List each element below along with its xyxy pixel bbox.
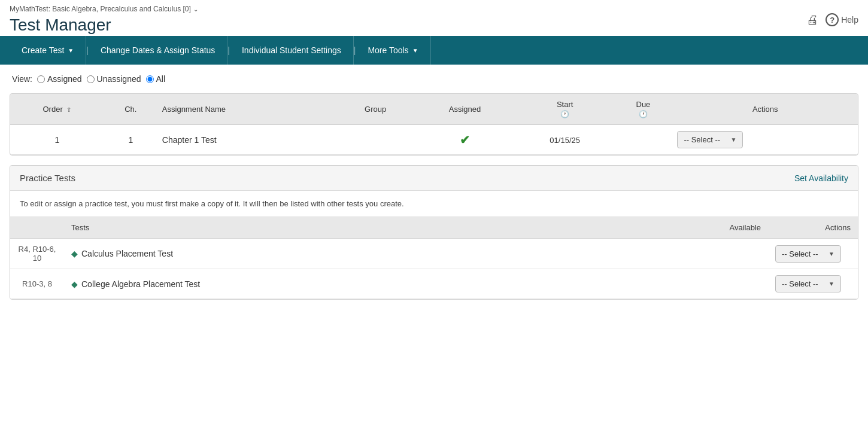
test-name-cell-1: ◆ Calculus Placement Test [71,249,689,258]
list-item: R4, R10-6, 10 ◆ Calculus Placement Test … [10,239,858,269]
view-assigned-radio[interactable] [37,75,45,83]
view-assigned-label[interactable]: Assigned [37,74,82,84]
col-assignment-name: Assignment Name [157,94,337,125]
assigned-checkmark-icon: ✔ [460,133,470,147]
practice-row-chapter-2: R10-3, 8 [10,269,64,299]
nav-item-change-dates[interactable]: Change Dates & Assign Status [89,36,227,65]
row-select-button[interactable]: -- Select -- ▼ [677,131,743,148]
view-all-radio[interactable] [146,75,154,83]
practice-select-label-2: -- Select -- [782,279,818,288]
col-start: Start🕐 [516,94,614,125]
practice-select-button-1[interactable]: -- Select -- ▼ [775,245,841,263]
practice-col-chapter [10,217,64,239]
help-button[interactable]: ? Help [825,13,858,26]
row-assigned: ✔ [414,125,516,155]
row-select-label: -- Select -- [684,135,720,144]
nav-change-dates-label: Change Dates & Assign Status [101,45,215,55]
nav-more-tools-label: More Tools [368,45,408,55]
col-actions: Actions [672,94,858,125]
row-order: 1 [10,125,104,155]
practice-row-available-2 [696,269,768,299]
practice-note: To edit or assign a practice test, you m… [10,191,858,217]
practice-row-test-name-2: ◆ College Algebra Placement Test [64,269,696,299]
row-actions: -- Select -- ▼ [672,125,858,155]
col-due: Due🕐 [614,94,672,125]
practice-row-actions-2: -- Select -- ▼ [768,269,858,299]
due-clock-icon: 🕐 [618,110,667,118]
practice-row-actions-1: -- Select -- ▼ [768,239,858,269]
print-icon[interactable]: 🖨 [806,13,818,27]
sort-icon: ⇧ [66,106,71,113]
row-ch: 1 [104,125,157,155]
help-circle-icon: ? [825,13,839,26]
assignments-table: Order ⇧ Ch. Assignment Name Group Assign… [10,94,858,155]
help-label: Help [841,15,858,25]
practice-col-actions: Actions [768,217,858,239]
top-bar-left: MyMathTest: Basic Algebra, Precalculus a… [10,5,198,35]
practice-row-available-1 [696,239,768,269]
view-all-text: All [156,74,166,84]
practice-select-button-2[interactable]: -- Select -- ▼ [775,275,841,292]
view-unassigned-radio[interactable] [87,75,95,83]
practice-col-tests: Tests [64,217,696,239]
nav-item-individual-student[interactable]: Individual Student Settings [230,36,354,65]
diamond-icon-2: ◆ [71,279,78,289]
test-name-label-2: College Algebra Placement Test [81,279,200,289]
practice-section: Practice Tests Set Availability To edit … [10,165,858,300]
set-availability-link[interactable]: Set Availability [794,173,848,183]
practice-row-test-name-1: ◆ Calculus Placement Test [64,239,696,269]
course-title[interactable]: MyMathTest: Basic Algebra, Precalculus a… [10,5,198,13]
col-assigned: Assigned [414,94,516,125]
assignments-table-header-row: Order ⇧ Ch. Assignment Name Group Assign… [10,94,858,125]
row-select-caret-icon: ▼ [730,136,736,143]
view-assigned-text: Assigned [47,74,82,84]
nav-create-test-label: Create Test [22,45,64,55]
course-chevron-icon: ⌄ [193,6,198,13]
practice-select-caret-1: ▼ [828,251,834,257]
top-bar: MyMathTest: Basic Algebra, Precalculus a… [0,0,868,36]
row-start: 01/15/25 [516,125,614,155]
list-item: R10-3, 8 ◆ College Algebra Placement Tes… [10,269,858,299]
top-bar-right: 🖨 ? Help [806,13,858,27]
practice-select-caret-2: ▼ [828,281,834,287]
row-group [337,125,414,155]
practice-table: Tests Available Actions R4, R10-6, 10 ◆ … [10,217,858,299]
course-name-label: MyMathTest: Basic Algebra, Precalculus a… [10,5,191,13]
view-label: View: [12,74,32,84]
practice-row-chapter-1: R4, R10-6, 10 [10,239,64,269]
view-all-label[interactable]: All [146,74,166,84]
practice-select-label-1: -- Select -- [782,249,818,258]
table-row: 1 1 Chapter 1 Test ✔ 01/15/25 -- Select … [10,125,858,155]
row-due [614,125,672,155]
start-clock-icon: 🕐 [521,110,609,118]
practice-title: Practice Tests [20,173,75,183]
test-name-cell-2: ◆ College Algebra Placement Test [71,279,689,289]
assignments-table-container: Order ⇧ Ch. Assignment Name Group Assign… [10,93,858,156]
col-order: Order ⇧ [10,94,104,125]
page-title: Test Manager [10,16,198,35]
test-name-label-1: Calculus Placement Test [81,249,173,258]
view-filter: View: Assigned Unassigned All [0,65,868,93]
col-ch: Ch. [104,94,157,125]
nav-individual-student-label: Individual Student Settings [242,45,341,55]
nav-bar: Create Test ▼ | Change Dates & Assign St… [0,36,868,65]
practice-table-header-row: Tests Available Actions [10,217,858,239]
practice-header: Practice Tests Set Availability [10,166,858,191]
practice-col-available: Available [696,217,768,239]
more-tools-caret-icon: ▼ [412,47,418,54]
nav-item-create-test[interactable]: Create Test ▼ [10,36,86,65]
diamond-icon-1: ◆ [71,249,78,258]
practice-table-container: Tests Available Actions R4, R10-6, 10 ◆ … [10,217,858,299]
create-test-caret-icon: ▼ [68,47,74,54]
view-unassigned-text: Unassigned [97,74,141,84]
col-group: Group [337,94,414,125]
row-assignment-name: Chapter 1 Test [157,125,337,155]
view-unassigned-label[interactable]: Unassigned [87,74,141,84]
nav-item-more-tools[interactable]: More Tools ▼ [356,36,430,65]
